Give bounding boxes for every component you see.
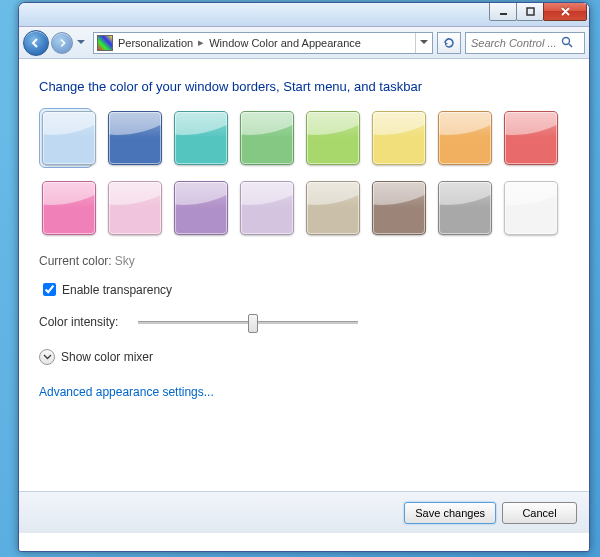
breadcrumb-arrow-icon[interactable]: ▸ <box>195 36 207 49</box>
color-swatch[interactable] <box>372 111 426 165</box>
color-swatch[interactable] <box>438 111 492 165</box>
color-intensity-row: Color intensity: <box>39 315 569 329</box>
color-intensity-slider[interactable] <box>138 321 358 324</box>
color-swatch[interactable] <box>306 111 360 165</box>
enable-transparency-checkbox[interactable] <box>43 283 56 296</box>
search-icon <box>561 36 574 49</box>
addressbar-dropdown[interactable] <box>415 33 432 53</box>
color-swatch[interactable] <box>240 111 294 165</box>
titlebar[interactable] <box>19 3 589 27</box>
nav-forward-button[interactable] <box>51 32 73 54</box>
color-swatch[interactable] <box>108 111 162 165</box>
current-color-value: Sky <box>115 254 135 268</box>
address-bar[interactable]: Personalization ▸ Window Color and Appea… <box>93 32 433 54</box>
content-area: Change the color of your window borders,… <box>19 59 589 491</box>
breadcrumb-segment[interactable]: Personalization <box>116 37 195 49</box>
color-swatch[interactable] <box>504 181 558 235</box>
navbar: Personalization ▸ Window Color and Appea… <box>19 27 589 59</box>
color-swatch[interactable] <box>42 181 96 235</box>
color-swatch[interactable] <box>174 181 228 235</box>
color-swatch[interactable] <box>504 111 558 165</box>
color-swatch[interactable] <box>240 181 294 235</box>
control-panel-icon <box>97 35 113 51</box>
svg-rect-1 <box>527 8 534 15</box>
save-changes-button[interactable]: Save changes <box>404 502 496 524</box>
color-swatch[interactable] <box>42 111 96 165</box>
color-swatch[interactable] <box>438 181 492 235</box>
current-color-row: Current color: Sky <box>39 254 569 268</box>
advanced-appearance-link[interactable]: Advanced appearance settings... <box>39 385 569 399</box>
color-swatch[interactable] <box>108 181 162 235</box>
current-color-label: Current color: <box>39 254 112 268</box>
nav-back-button[interactable] <box>23 30 49 56</box>
refresh-button[interactable] <box>437 32 461 54</box>
page-heading: Change the color of your window borders,… <box>39 79 569 94</box>
breadcrumb-segment[interactable]: Window Color and Appearance <box>207 37 363 49</box>
color-swatch-grid <box>39 108 569 238</box>
color-intensity-label: Color intensity: <box>39 315 118 329</box>
footer: Save changes Cancel <box>19 491 589 533</box>
color-swatch[interactable] <box>174 111 228 165</box>
slider-thumb[interactable] <box>248 314 258 333</box>
color-swatch[interactable] <box>372 181 426 235</box>
nav-history-dropdown[interactable] <box>75 34 87 52</box>
window-controls <box>490 2 587 21</box>
color-swatch[interactable] <box>306 181 360 235</box>
close-button[interactable] <box>543 2 587 21</box>
chevron-down-icon <box>39 349 55 365</box>
window-color-appearance-dialog: Personalization ▸ Window Color and Appea… <box>18 2 590 552</box>
svg-line-3 <box>569 44 572 47</box>
maximize-button[interactable] <box>516 2 544 21</box>
show-color-mixer-expander[interactable]: Show color mixer <box>39 349 569 365</box>
cancel-button[interactable]: Cancel <box>502 502 577 524</box>
enable-transparency-row[interactable]: Enable transparency <box>39 280 569 299</box>
show-color-mixer-label: Show color mixer <box>61 350 153 364</box>
search-box[interactable] <box>465 32 585 54</box>
svg-rect-0 <box>500 13 507 15</box>
minimize-button[interactable] <box>489 2 517 21</box>
enable-transparency-label: Enable transparency <box>62 283 172 297</box>
svg-point-2 <box>563 38 570 45</box>
search-input[interactable] <box>469 36 561 50</box>
